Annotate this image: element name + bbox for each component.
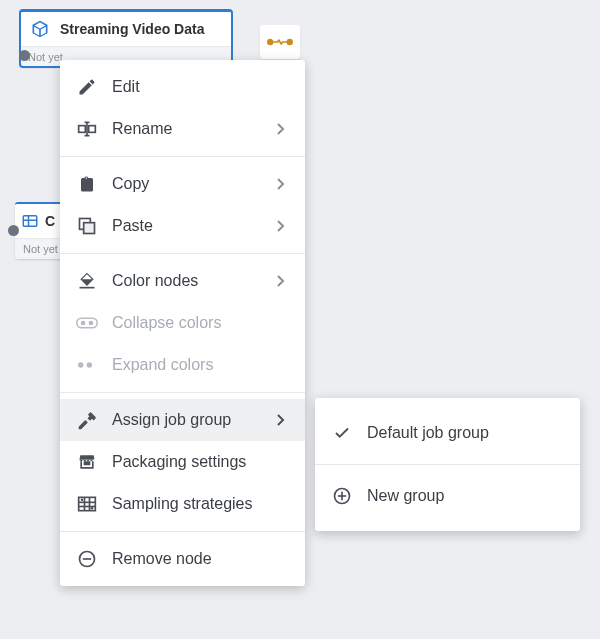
svg-point-24 (91, 507, 94, 510)
menu-label: Rename (112, 120, 263, 138)
menu-paste[interactable]: Paste (60, 205, 305, 247)
svg-rect-13 (77, 318, 97, 327)
menu-collapse-colors: Collapse colors (60, 302, 305, 344)
storefront-icon (76, 451, 98, 473)
submenu-new-group[interactable]: New group (315, 467, 580, 525)
submenu-default-job-group[interactable]: Default job group (315, 404, 580, 462)
node-port[interactable] (8, 225, 19, 236)
menu-packaging-settings[interactable]: Packaging settings (60, 441, 305, 483)
svg-rect-5 (79, 126, 86, 133)
context-menu: Edit Rename Copy Paste (60, 60, 305, 586)
paste-icon (76, 215, 98, 237)
menu-label: Collapse colors (112, 314, 289, 332)
menu-divider (60, 156, 305, 157)
node-status: Not yet (15, 238, 65, 259)
menu-divider (60, 531, 305, 532)
submenu-label: New group (367, 487, 564, 505)
menu-label: Color nodes (112, 272, 263, 290)
menu-label: Sampling strategies (112, 495, 289, 513)
svg-point-17 (87, 362, 93, 368)
chevron-right-icon (277, 178, 289, 190)
table-icon (21, 212, 39, 230)
svg-point-14 (82, 321, 85, 324)
chevron-right-icon (277, 414, 289, 426)
menu-sampling-strategies[interactable]: Sampling strategies (60, 483, 305, 525)
expand-icon (76, 354, 98, 376)
menu-divider (60, 392, 305, 393)
chevron-right-icon (277, 220, 289, 232)
node-streaming-video-data[interactable]: Streaming Video Data Not yet (20, 10, 232, 67)
menu-rename[interactable]: Rename (60, 108, 305, 150)
remove-icon (76, 548, 98, 570)
svg-point-0 (268, 40, 273, 45)
cube-icon (30, 19, 50, 39)
menu-label: Packaging settings (112, 453, 289, 471)
plus-circle-icon (331, 485, 353, 507)
node-title: C (45, 213, 55, 229)
assign-job-group-submenu: Default job group New group (315, 398, 580, 531)
workflow-canvas[interactable]: Streaming Video Data Not yet C Not yet E… (0, 0, 600, 639)
svg-rect-6 (89, 126, 96, 133)
data-grid-icon (76, 493, 98, 515)
circuit-icon (265, 32, 295, 52)
chevron-right-icon (277, 275, 289, 287)
collapse-icon (76, 312, 98, 334)
menu-label: Edit (112, 78, 289, 96)
node-partial[interactable]: C Not yet (15, 202, 65, 259)
svg-point-15 (89, 321, 92, 324)
svg-rect-11 (84, 223, 95, 234)
rename-icon (76, 118, 98, 140)
menu-divider (60, 253, 305, 254)
svg-rect-12 (80, 287, 95, 289)
menu-label: Assign job group (112, 411, 263, 429)
svg-point-23 (81, 499, 84, 502)
menu-label: Copy (112, 175, 263, 193)
menu-label: Paste (112, 217, 263, 235)
menu-expand-colors: Expand colors (60, 344, 305, 386)
check-icon (331, 422, 353, 444)
chevron-right-icon (277, 123, 289, 135)
clipboard-icon (76, 173, 98, 195)
menu-copy[interactable]: Copy (60, 163, 305, 205)
svg-point-16 (78, 362, 84, 368)
node-port[interactable] (19, 50, 30, 61)
svg-point-1 (287, 40, 292, 45)
submenu-divider (315, 464, 580, 465)
menu-label: Remove node (112, 550, 289, 568)
menu-edit[interactable]: Edit (60, 66, 305, 108)
submenu-label: Default job group (367, 424, 564, 442)
menu-remove-node[interactable]: Remove node (60, 538, 305, 580)
menu-assign-job-group[interactable]: Assign job group (60, 399, 305, 441)
menu-label: Expand colors (112, 356, 289, 374)
node-operator[interactable] (260, 25, 300, 59)
paint-bucket-icon (76, 270, 98, 292)
hammer-icon (76, 409, 98, 431)
pencil-icon (76, 76, 98, 98)
node-title: Streaming Video Data (60, 21, 204, 37)
menu-color-nodes[interactable]: Color nodes (60, 260, 305, 302)
